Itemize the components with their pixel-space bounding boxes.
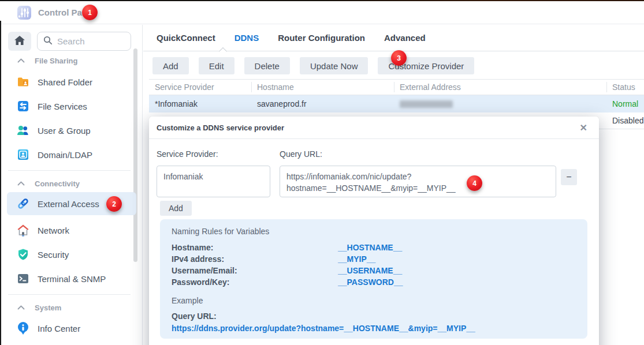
variable-row-password: Password/Key: __PASSWORD__: [172, 278, 229, 289]
column-header-status[interactable]: Status: [606, 80, 644, 95]
control-panel-icon: [17, 5, 32, 22]
sidebar-item-label: Domain/LDAP: [38, 150, 92, 160]
section-header-system[interactable]: System: [1, 302, 131, 313]
section-label: Connectivity: [35, 179, 80, 188]
ddns-toolbar: Add Edit Delete Update Now Customize Pro…: [152, 57, 474, 74]
remove-provider-button[interactable]: −: [561, 169, 577, 185]
annotation-badge-1: 1: [82, 5, 98, 20]
chevron-up-icon: [17, 181, 25, 186]
sidebar-item-shared-folder[interactable]: Shared Folder: [7, 70, 136, 93]
tab-ddns[interactable]: DDNS: [232, 33, 262, 43]
query-url-line-2: hostname=__HOSTNAME__&myip=__MYIP__: [286, 182, 549, 194]
variable-label: Username/Email:: [172, 266, 237, 275]
annotation-badge-3: 3: [391, 50, 407, 66]
tab-bar: QuickConnect DDNS Router Configuration A…: [143, 25, 644, 51]
info-center-icon: [16, 321, 30, 335]
variable-value: __PASSWORD__: [338, 278, 403, 287]
window-top-edge: [0, 0, 644, 1]
naming-rules-panel: Naming Rules for Variables Hostname: __H…: [160, 219, 587, 339]
variable-label: Hostname:: [172, 243, 213, 252]
sidebar-item-info-center[interactable]: Info Center: [7, 317, 136, 340]
external-access-icon: [16, 197, 30, 211]
section-header-connectivity[interactable]: Connectivity: [1, 178, 131, 189]
example-query-url[interactable]: https://ddns.provider.org/update?hostnam…: [172, 324, 475, 333]
sidebar-item-user-group[interactable]: User & Group: [7, 119, 136, 142]
tab-advanced[interactable]: Advanced: [382, 33, 428, 43]
cell-service-provider: *Infomaniak: [149, 95, 251, 112]
chevron-up-icon: [17, 58, 25, 63]
sidebar-item-label: Terminal & SNMP: [38, 274, 106, 284]
example-label: Example: [172, 296, 203, 305]
sidebar-item-label: File Services: [38, 102, 87, 111]
cell-status: Normal: [606, 95, 644, 112]
annotation-badge-4: 4: [467, 175, 482, 191]
service-provider-label: Service Provider:: [157, 149, 218, 159]
service-provider-input[interactable]: Infomaniak: [157, 166, 270, 197]
close-icon[interactable]: ✕: [578, 117, 590, 139]
chevron-up-icon: [17, 305, 25, 310]
variable-value: __HOSTNAME__: [338, 243, 402, 252]
table-header-row: Service Provider Hostname External Addre…: [149, 79, 644, 95]
tab-router-configuration[interactable]: Router Configuration: [276, 33, 367, 43]
variable-row-username: Username/Email: __USERNAME__: [172, 266, 237, 278]
cell-external-address: [394, 95, 606, 112]
sidebar-item-label: Network: [38, 226, 69, 235]
home-icon: [14, 35, 25, 48]
naming-rules-title: Naming Rules for Variables: [172, 227, 269, 236]
network-icon: [16, 223, 30, 237]
home-button[interactable]: [8, 32, 31, 51]
delete-button[interactable]: Delete: [244, 57, 290, 74]
sidebar-item-label: User & Group: [38, 126, 91, 136]
annotation-badge-2: 2: [106, 196, 122, 212]
file-services-icon: [16, 99, 30, 113]
sidebar-item-terminal-snmp[interactable]: Terminal & SNMP: [7, 267, 136, 290]
search-icon: [43, 36, 53, 47]
column-header-external-address[interactable]: External Address: [394, 80, 606, 95]
shared-folder-icon: [16, 75, 30, 89]
terminal-icon: [16, 272, 30, 286]
section-label: File Sharing: [35, 57, 77, 65]
variable-row-hostname: Hostname: __HOSTNAME__: [172, 243, 213, 254]
variable-label: Password/Key:: [172, 278, 229, 287]
query-url-input[interactable]: https://infomaniak.com/nic/update? hostn…: [280, 166, 556, 197]
titlebar: Control Panel 1: [0, 1, 644, 24]
sidebar: File Sharing Shared Folder: [1, 25, 143, 345]
sidebar-item-file-services[interactable]: File Services: [7, 95, 136, 118]
example-query-url-label: Query URL:: [172, 312, 217, 321]
search-box[interactable]: [37, 32, 131, 51]
tab-quickconnect[interactable]: QuickConnect: [154, 33, 218, 43]
sidebar-item-security[interactable]: Security: [7, 243, 136, 266]
section-label: System: [35, 303, 61, 312]
variable-value: __USERNAME__: [338, 266, 402, 275]
variable-row-ipv4: IPv4 address: __MYIP__: [172, 254, 224, 266]
variable-value: __MYIP__: [338, 254, 375, 264]
sidebar-item-label: Info Center: [38, 324, 80, 333]
security-shield-icon: [16, 247, 30, 261]
blurred-external-address: [400, 100, 453, 108]
cell-status: Disabled: [606, 112, 644, 129]
column-header-hostname[interactable]: Hostname: [251, 80, 394, 95]
column-header-service-provider[interactable]: Service Provider: [149, 80, 251, 95]
sidebar-item-domain-ldap[interactable]: Domain/LDAP: [7, 143, 136, 166]
query-url-label: Query URL:: [280, 149, 322, 159]
sidebar-item-network[interactable]: Network: [7, 219, 136, 242]
edit-button[interactable]: Edit: [199, 57, 234, 74]
domain-ldap-icon: [16, 148, 30, 162]
cell-hostname: savaneprod.fr: [251, 95, 394, 112]
update-now-button[interactable]: Update Now: [300, 57, 368, 74]
sidebar-divider: [8, 170, 131, 171]
service-provider-value: Infomaniak: [163, 171, 263, 182]
section-header-file-sharing[interactable]: File Sharing: [1, 55, 131, 66]
add-button[interactable]: Add: [152, 57, 189, 74]
main-content: QuickConnect DDNS Router Configuration A…: [143, 25, 644, 345]
sidebar-item-external-access[interactable]: External Access 2: [7, 192, 136, 215]
sidebar-item-label: Shared Folder: [38, 77, 92, 87]
user-group-icon: [16, 123, 30, 137]
variable-label: IPv4 address:: [172, 254, 224, 264]
control-panel-window: Control Panel 1 File Sharing: [0, 0, 644, 345]
query-url-line-1: https://infomaniak.com/nic/update?: [286, 171, 549, 182]
table-row[interactable]: *Infomaniak savaneprod.fr Normal: [149, 95, 644, 112]
search-input[interactable]: [57, 36, 124, 46]
dialog-header: Customize a DDNS service provider ✕: [149, 117, 599, 139]
dialog-add-button[interactable]: Add: [160, 201, 192, 216]
